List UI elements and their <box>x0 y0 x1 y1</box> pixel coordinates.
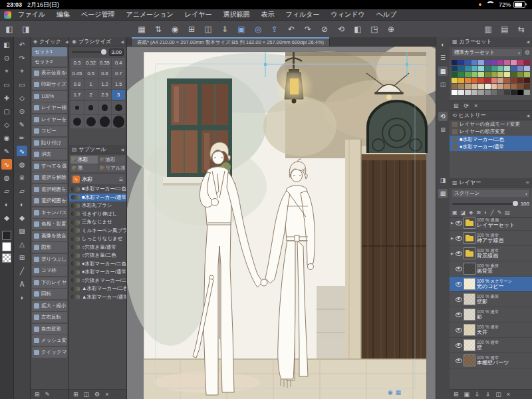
color-swatch[interactable] <box>458 90 464 95</box>
brush-size-dot[interactable] <box>84 115 98 128</box>
color-swatch[interactable] <box>511 72 517 77</box>
layer-visibility-icon[interactable] <box>456 328 462 332</box>
layer-row[interactable]: ▶ 100 % 通常 神アサ線画 <box>450 231 532 246</box>
quick-command-item[interactable]: 画像を統合 <box>32 231 67 241</box>
color-swatch[interactable] <box>485 78 491 83</box>
subtool-item[interactable]: ○穴抜き筆/通常 <box>69 243 126 252</box>
subtool-item[interactable]: ○穴抜き筆/二色 <box>69 251 126 260</box>
delete-color-icon[interactable]: × <box>474 103 477 109</box>
layer-thumb[interactable] <box>464 217 475 229</box>
color-swatch[interactable] <box>504 84 510 89</box>
layer-visibility-icon[interactable] <box>456 267 462 271</box>
palette-icon[interactable]: ▤ <box>505 210 510 215</box>
delete-subtool-icon[interactable]: × <box>105 392 108 398</box>
color-swatch[interactable] <box>478 78 484 83</box>
eraser-sub-tool[interactable]: ▱ <box>17 186 27 196</box>
color-wheel-rail-icon[interactable]: ◐ <box>438 40 448 49</box>
color-swatch[interactable] <box>497 78 503 83</box>
color-swatch[interactable] <box>471 60 477 65</box>
command-launcher-icon[interactable]: ▦ <box>395 390 401 396</box>
expand-icon[interactable]: ▶ <box>451 221 454 225</box>
subtool-item[interactable]: ▲水彩マーカー/二色 <box>69 285 126 293</box>
color-swatch[interactable] <box>485 72 491 77</box>
color-swatch[interactable] <box>485 90 491 95</box>
document-tab[interactable]: 表紙* (A4 210.00 × 297.00mm 製本サイズ:B5 判 182… <box>131 37 330 46</box>
history-item[interactable]: レイヤーの合成モード変更 <box>450 120 532 128</box>
add-color-icon[interactable]: ⊞ <box>454 103 459 109</box>
quick-command-item[interactable]: すべてを選択 <box>32 161 67 172</box>
clip-studio-app-icon[interactable] <box>4 11 11 19</box>
opacity-slider[interactable] <box>452 203 518 205</box>
menu-item[interactable]: ページ管理 <box>81 10 114 19</box>
layer-color-icon[interactable]: ▣ <box>452 210 458 215</box>
camera-icon[interactable]: ◎ <box>253 25 263 33</box>
balloon-sub-tool[interactable]: ◗ <box>17 292 27 303</box>
subtool-group-tab[interactable]: リアル水彩 <box>98 164 126 172</box>
layer-row[interactable]: ▶ 100 % スクリーン 光のコピー <box>450 277 532 292</box>
color-mixing-rail-icon[interactable]: ◫ <box>438 80 448 89</box>
brush-size-dot[interactable] <box>98 115 112 128</box>
color-swatch[interactable] <box>524 66 530 71</box>
layer-thumb[interactable] <box>464 263 475 275</box>
quick-command-item[interactable]: 選択範囲を反転 <box>32 184 67 195</box>
quick-command-item[interactable]: コマ枠 <box>32 265 67 276</box>
color-swatch[interactable] <box>485 60 491 65</box>
layer-row[interactable]: ▶ 100 % 通常 背景線画 <box>450 246 532 261</box>
operation-tool[interactable]: ▭ <box>1 79 12 90</box>
color-swatch[interactable] <box>491 72 497 77</box>
subtool-group-tab[interactable]: 墨 <box>70 164 98 172</box>
layer-visibility-icon[interactable] <box>456 343 462 348</box>
color-swatch[interactable] <box>452 72 458 77</box>
selection-tool[interactable]: ▢ <box>1 106 12 116</box>
quick-command-item[interactable]: 塗りつぶし <box>32 254 67 265</box>
color-swatch[interactable] <box>465 84 471 89</box>
eyedropper-sub-tool[interactable]: ⊙ <box>17 106 27 116</box>
brush-size-cell[interactable]: 0.4 <box>112 58 125 68</box>
transfer-down-icon[interactable]: ⇩ <box>475 392 480 398</box>
mask-icon[interactable]: ◐ <box>484 210 487 215</box>
quick-command-item[interactable]: 消去 <box>32 149 67 160</box>
brush-size-dot[interactable] <box>84 101 98 114</box>
page-manager-icon[interactable]: ◫ <box>203 25 213 33</box>
quick-command-item[interactable]: 左右反転 <box>32 312 67 323</box>
expand-icon[interactable]: ▶ <box>451 251 454 255</box>
airbrush-tool[interactable]: ◍ <box>1 172 12 183</box>
history-item[interactable]: ●水彩マーカー/通常 <box>450 144 532 152</box>
color-swatch[interactable] <box>465 66 471 71</box>
layer-thumb[interactable] <box>464 293 475 305</box>
brush-size-cell[interactable]: 0.8 <box>70 79 84 89</box>
import-icon[interactable]: ⇓ <box>219 25 230 33</box>
ruler-sub-tool[interactable]: ╱ <box>17 265 27 276</box>
current-tool-row[interactable]: ∿ 水彩 ☰ <box>70 174 125 184</box>
draft-layer-icon[interactable]: ✎ <box>497 210 502 215</box>
color-swatch[interactable] <box>478 90 484 95</box>
quick-set-tab[interactable]: セット2 <box>32 57 67 66</box>
panel-arrange-icon[interactable]: ⇅ <box>153 25 164 33</box>
layer-move-tool[interactable]: ✚ <box>1 92 12 103</box>
quick-command-item[interactable]: 色相・彩度・明度 <box>32 219 67 229</box>
color-swatch[interactable] <box>465 78 471 83</box>
color-swatch[interactable] <box>452 84 458 89</box>
color-swatch[interactable] <box>511 60 517 65</box>
undo-tool-icon[interactable]: ↶ <box>17 39 27 50</box>
layer-visibility-icon[interactable] <box>456 251 462 256</box>
color-swatch[interactable] <box>504 60 510 65</box>
layer-thumb[interactable] <box>464 309 475 321</box>
redo-tool-icon[interactable]: ↷ <box>17 53 27 63</box>
blend-mode-dropdown[interactable]: スクリーン ▾ <box>452 189 530 198</box>
canvas-area[interactable]: ◉▦ <box>127 47 436 399</box>
color-swatch[interactable] <box>491 60 497 65</box>
color-swatch[interactable] <box>517 84 523 89</box>
color-swatch[interactable] <box>458 72 464 77</box>
subtool-item[interactable]: 水彩丸ブラシ <box>69 201 126 210</box>
color-set-rail-icon[interactable]: ▦ <box>438 66 448 76</box>
color-swatch[interactable] <box>471 78 477 83</box>
color-swatch[interactable] <box>511 90 517 95</box>
history-item[interactable]: ■水彩マーカー/二色 <box>450 136 532 144</box>
quick-command-item[interactable]: 拡大・縮小 <box>32 301 67 311</box>
gear-icon[interactable]: ⚙ <box>525 49 530 56</box>
menu-item[interactable]: ファイル <box>18 10 45 19</box>
brush-size-slider[interactable] <box>72 51 106 53</box>
brush-size-cell[interactable]: 1.2 <box>98 79 112 89</box>
layer-row[interactable]: ▶ 100 % 乗算 黒背景 <box>450 261 532 277</box>
